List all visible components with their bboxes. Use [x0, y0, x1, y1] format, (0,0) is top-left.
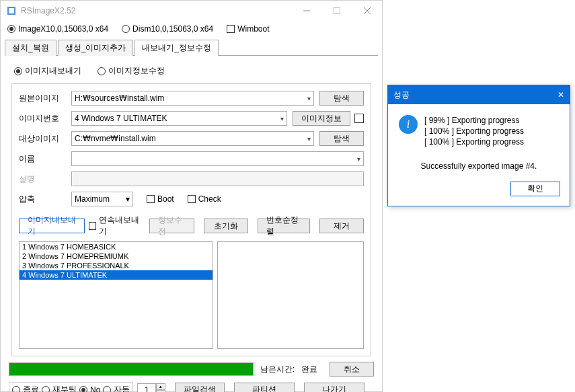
list-item[interactable]: 3 Windows 7 PROFESSIONALK	[20, 261, 213, 270]
desc-label: 설명	[19, 173, 71, 185]
row-target: 대상이미지 C:₩nvme₩install.wim ▾ 탐색	[19, 131, 364, 146]
tab-export[interactable]: 내보내기_정보수정	[135, 40, 219, 56]
success-dialog: 성공 ✕ i [ 99% ] Exporting progress [ 100%…	[387, 85, 570, 206]
info-row: i [ 99% ] Exporting progress [ 100% ] Ex…	[399, 115, 559, 148]
radio-dot-icon	[12, 386, 20, 393]
radio-edit-info[interactable]: 이미지정보수정	[98, 65, 165, 77]
radio-dot-icon	[103, 386, 111, 393]
progress-line-1: [ 99% ] Exporting progress	[424, 115, 524, 126]
tab-install[interactable]: 설치_복원	[5, 40, 56, 56]
row-desc: 설명	[19, 171, 364, 186]
checkbox-icon	[227, 25, 235, 33]
spin-down-icon[interactable]: ▾	[156, 390, 165, 393]
main-window: RSImageX2.52 ImageX10,0,15063,0 x64 Dism…	[0, 0, 383, 392]
radio-dot-icon	[7, 25, 15, 33]
checkbox-icon	[89, 222, 96, 230]
compress-label: 압축	[19, 194, 71, 205]
source-value: H:₩sources₩install.wim	[75, 93, 164, 103]
progress-line-3: [ 100% ] Exporting progress	[424, 136, 524, 147]
dialog-close-button[interactable]: ✕	[558, 90, 564, 100]
app-icon	[6, 5, 17, 16]
name-label: 이름	[19, 153, 71, 165]
action-row: 이미지내보내기 연속내보내기 정보수정 초기화 번호순정렬 제거	[19, 214, 364, 237]
chevron-down-icon: ▾	[357, 155, 360, 163]
row-name: 이름 ▾	[19, 151, 364, 166]
tab-content: 이미지내보내기 이미지정보수정 원본이미지 H:₩sources₩install…	[1, 56, 382, 392]
count-spinner[interactable]: ▴▾	[137, 383, 165, 393]
check-wimboot-label: Wimboot	[237, 24, 269, 34]
radio-reboot[interactable]: 재부팅	[42, 384, 77, 392]
radio-imagex[interactable]: ImageX10,0,15063,0 x64	[7, 24, 108, 34]
list-item[interactable]: 1 Windows 7 HOMEBASICK	[20, 242, 213, 251]
list-item[interactable]: 4 Windows 7 ULTIMATEK	[20, 270, 213, 280]
row-compress: 압축 Maximum ▾ Boot Check	[19, 192, 364, 206]
radio-no[interactable]: No	[79, 385, 100, 393]
radio-export-image[interactable]: 이미지내보내기	[14, 65, 81, 77]
source-combo[interactable]: H:₩sources₩install.wim ▾	[71, 91, 314, 106]
radio-dot-icon	[14, 67, 22, 75]
window-controls	[291, 1, 382, 21]
cancel-button[interactable]: 취소	[330, 362, 374, 377]
radio-dism[interactable]: Dism10,0,15063,0 x64	[122, 24, 213, 34]
compress-value: Maximum	[75, 194, 110, 204]
reset-button[interactable]: 초기화	[204, 219, 248, 233]
compress-combo[interactable]: Maximum ▾	[71, 192, 133, 206]
ok-button[interactable]: 확인	[510, 182, 560, 196]
check-boot[interactable]: Boot	[147, 194, 174, 204]
radio-edit-info-label: 이미지정보수정	[108, 65, 165, 77]
spin-up-icon[interactable]: ▴	[156, 383, 165, 390]
maximize-button[interactable]	[321, 1, 352, 21]
radio-dism-label: Dism10,0,15063,0 x64	[132, 24, 213, 34]
chevron-down-icon: ▾	[307, 95, 311, 102]
remain-value: 완료	[301, 364, 317, 375]
check-check[interactable]: Check	[188, 194, 221, 204]
index-checkbox[interactable]	[354, 114, 364, 123]
export-button[interactable]: 이미지내보내기	[19, 219, 85, 233]
partition-button[interactable]: 파티션	[234, 383, 295, 393]
browse-target-button[interactable]: 탐색	[319, 131, 364, 146]
source-label: 원본이미지	[19, 93, 71, 104]
radio-shutdown[interactable]: 종료	[12, 384, 39, 392]
svg-rect-3	[334, 7, 340, 14]
progress-line-2: [ 100% ] Exporting progress	[424, 126, 524, 136]
checkbox-icon	[188, 195, 196, 203]
chevron-down-icon: ▾	[307, 135, 311, 143]
check-label: Check	[198, 194, 221, 204]
boot-label: Boot	[157, 194, 174, 204]
svg-rect-1	[9, 8, 14, 13]
radio-auto[interactable]: 자동	[103, 384, 130, 392]
close-button[interactable]	[352, 1, 382, 21]
minimize-button[interactable]	[291, 1, 321, 21]
power-radio-group: 종료 재부팅 No 자동	[9, 382, 133, 392]
window-title: RSImageX2.52	[21, 6, 75, 15]
form-box: 원본이미지 H:₩sources₩install.wim ▾ 탐색 이미지번호 …	[11, 83, 371, 356]
bottom-row: 종료 재부팅 No 자동 ▴▾ 파일검색 파티션 나가기	[9, 382, 374, 392]
check-wimboot[interactable]: Wimboot	[227, 24, 269, 34]
radio-dot-icon	[79, 386, 87, 393]
index-combo[interactable]: 4 Windows 7 ULTIMATEK ▾	[71, 111, 287, 126]
edit-info-button[interactable]: 정보수정	[149, 219, 194, 233]
image-info-button[interactable]: 이미지정보	[293, 111, 350, 126]
radio-dot-icon	[98, 67, 106, 75]
image-listbox[interactable]: 1 Windows 7 HOMEBASICK2 Windows 7 HOMEPR…	[19, 241, 213, 349]
file-search-button[interactable]: 파일검색	[175, 383, 225, 393]
remove-button[interactable]: 제거	[319, 219, 364, 233]
radio-export-image-label: 이미지내보내기	[25, 65, 81, 77]
info-text: [ 99% ] Exporting progress [ 100% ] Expo…	[424, 115, 524, 148]
info-icon: i	[399, 115, 418, 134]
browse-source-button[interactable]: 탐색	[319, 91, 364, 106]
checkbox-icon	[147, 195, 155, 203]
spinner-input[interactable]	[137, 383, 156, 393]
name-combo[interactable]: ▾	[71, 151, 364, 166]
sort-button[interactable]: 번호순정렬	[258, 219, 310, 233]
titlebar: RSImageX2.52	[1, 1, 382, 21]
exit-button[interactable]: 나가기	[304, 383, 365, 393]
progress-bar	[9, 362, 254, 376]
list-item[interactable]: 2 Windows 7 HOMEPREMIUMK	[20, 251, 213, 261]
radio-dot-icon	[42, 386, 50, 393]
target-combo[interactable]: C:₩nvme₩install.wim ▾	[71, 131, 314, 146]
secondary-listbox[interactable]	[217, 241, 364, 349]
tab-create[interactable]: 생성_이미지추가	[58, 40, 134, 56]
check-continuous[interactable]: 연속내보내기	[89, 214, 140, 237]
dialog-footer: 확인	[388, 175, 570, 206]
